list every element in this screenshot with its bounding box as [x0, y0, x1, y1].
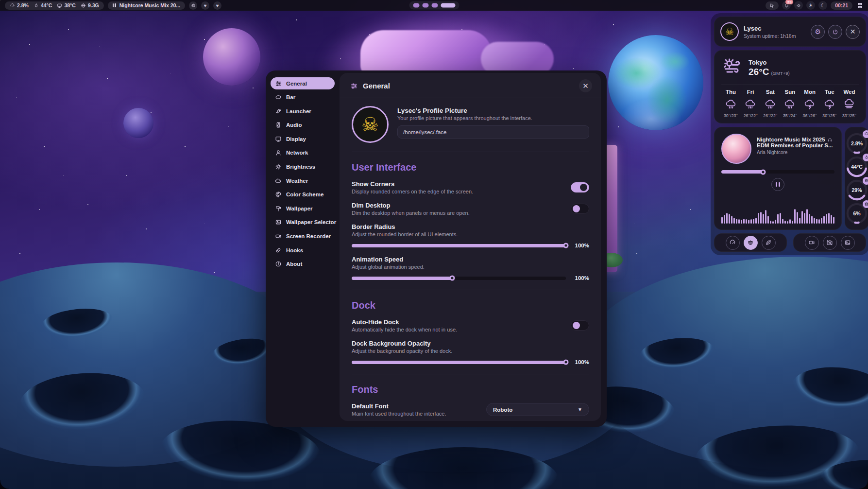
- rain-cloud-icon: [783, 98, 796, 111]
- weather-city: Tokyo: [749, 59, 790, 66]
- info-icon: [275, 261, 282, 267]
- sidebar-item-audio[interactable]: Audio: [271, 119, 335, 131]
- screen-record-button[interactable]: [805, 236, 819, 250]
- disk-gauge[interactable]: 6%: [845, 202, 868, 225]
- animation-speed-slider[interactable]: [352, 277, 566, 280]
- favorites-button[interactable]: ♥: [201, 1, 209, 10]
- user-card: ☠ Lysec System uptime: 1h16m ⚙ ✕: [714, 17, 866, 47]
- page-title: General: [363, 82, 390, 90]
- clock[interactable]: 00:21: [831, 1, 852, 10]
- network-icon: [81, 3, 86, 8]
- close-button[interactable]: ✕: [579, 79, 592, 92]
- sidebar-item-weather[interactable]: Weather: [271, 175, 335, 187]
- notifications-button[interactable]: 23: [782, 1, 791, 10]
- likes-button[interactable]: ♥: [213, 1, 221, 10]
- screenshot-off-button[interactable]: [823, 236, 837, 250]
- settings-button[interactable]: ⚙: [811, 25, 825, 39]
- gpu-temp-stat: 38°C: [57, 2, 75, 8]
- profile-section: ☠ Lysec's Profile Picture Your profile p…: [352, 106, 589, 143]
- brightness-button[interactable]: ☀: [806, 1, 815, 10]
- sidebar-item-display[interactable]: Display: [271, 133, 335, 145]
- media-pill[interactable]: Nightcore Music Mix 20...: [108, 1, 185, 10]
- profile-path-input[interactable]: /home/lysec/.face: [397, 125, 589, 139]
- memory-gauge[interactable]: 29%: [845, 178, 868, 202]
- section-title: User Interface: [352, 162, 589, 173]
- section-title: Fonts: [352, 384, 589, 395]
- sidebar-item-launcher[interactable]: Launcher: [271, 105, 335, 117]
- avatar: ☠: [720, 22, 739, 41]
- power-icon: [832, 29, 838, 35]
- pause-button[interactable]: [771, 178, 784, 191]
- power-saver-profile-button[interactable]: [762, 236, 776, 250]
- wallpaper-button[interactable]: [841, 236, 855, 250]
- weather-forecast: Thu 30°/23° Fri 26°/22° Sat 26°/22° Sun …: [721, 89, 859, 118]
- emoji-picker-button[interactable]: [189, 1, 197, 10]
- skull-icon: ☠: [361, 113, 379, 136]
- image-icon: [844, 239, 851, 246]
- border-radius-slider[interactable]: [352, 244, 566, 247]
- media-subtitle: EDM Remixes of Popular S...: [757, 142, 833, 148]
- setting-row-dim-desktop: Dim Desktop Dim the desktop when panels …: [352, 202, 589, 216]
- system-uptime: System uptime: 1h16m: [744, 33, 796, 39]
- workspace-dot[interactable]: [422, 3, 428, 8]
- forecast-day: Wed 33°/25°: [840, 89, 859, 118]
- tray-app-button[interactable]: [766, 1, 779, 10]
- volume-button[interactable]: [794, 1, 803, 10]
- screen-corner: [859, 480, 868, 489]
- storm-cloud-icon: [823, 98, 836, 111]
- settings-content[interactable]: ☠ Lysec's Profile Picture Your profile p…: [340, 98, 601, 421]
- weather-timezone: (GMT+9): [771, 70, 789, 76]
- workspace-indicator[interactable]: [409, 1, 459, 10]
- media-progress-slider[interactable]: [721, 170, 834, 174]
- heart-icon: ♥: [204, 3, 207, 8]
- forecast-day: Tue 30°/25°: [820, 89, 839, 118]
- sidebar-item-color-scheme[interactable]: Color Scheme: [271, 189, 335, 201]
- workspace-dot[interactable]: [413, 3, 419, 8]
- show-corners-toggle[interactable]: [571, 182, 589, 192]
- system-stats-pill[interactable]: 2.8% 44°C 38°C 9.3G: [5, 1, 104, 10]
- workspace-dot[interactable]: [431, 3, 438, 8]
- forecast-day: Fri 26°/22°: [741, 89, 760, 118]
- pause-icon: [776, 182, 777, 187]
- performance-profile-button[interactable]: [726, 236, 740, 250]
- dim-desktop-toggle[interactable]: [571, 204, 589, 214]
- sidebar-item-bar[interactable]: Bar: [271, 91, 335, 104]
- power-button[interactable]: [828, 25, 842, 39]
- temperature-gauge[interactable]: 44°C: [845, 155, 868, 178]
- auto-hide-dock-toggle[interactable]: [571, 320, 589, 331]
- night-light-button[interactable]: ☾: [818, 1, 827, 10]
- bar-icon: [275, 94, 282, 101]
- sidebar-item-about[interactable]: About: [271, 258, 335, 270]
- sidebar-item-wallpaper[interactable]: Wallpaper: [271, 202, 335, 214]
- rain-cloud-icon: [744, 98, 757, 111]
- profile-title: Lysec's Profile Picture: [397, 107, 589, 114]
- wallpaper-object: [360, 30, 492, 76]
- default-font-select[interactable]: Roboto ▼: [486, 403, 589, 416]
- flame-icon: [863, 154, 868, 161]
- setting-row-border-radius: Border Radius Adjust the rounded border …: [352, 223, 589, 248]
- dock-opacity-slider[interactable]: [352, 361, 566, 364]
- album-art: [721, 134, 751, 164]
- media-title: Nightcore Music Mix 20...: [119, 2, 180, 8]
- cpu-stat: 2.8%: [10, 2, 29, 8]
- close-panel-button[interactable]: ✕: [846, 25, 860, 39]
- sidebar-item-general[interactable]: General: [271, 77, 335, 89]
- cpu-gauge[interactable]: 2.8%: [845, 132, 868, 155]
- purple-planet: [203, 28, 260, 86]
- sidebar-item-hooks[interactable]: Hooks: [271, 244, 335, 256]
- headphones-icon: [827, 137, 833, 142]
- top-bar: 2.8% 44°C 38°C 9.3G Nightcore Music Mix …: [0, 0, 868, 11]
- app-launcher-button[interactable]: [856, 1, 864, 10]
- camera-off-icon: [826, 239, 833, 246]
- sidebar-item-screen-recorder[interactable]: Screen Recorder: [271, 230, 335, 243]
- balanced-profile-button[interactable]: [744, 236, 758, 250]
- divider: [721, 85, 859, 85]
- setting-row-default-font: Default Font Main font used throughout t…: [352, 402, 589, 417]
- sidebar-item-wallpaper-selector[interactable]: Wallpaper Selector: [271, 216, 335, 228]
- setting-row-auto-hide-dock: Auto-Hide Dock Automatically hide the do…: [352, 318, 589, 332]
- section-title: Dock: [352, 300, 589, 311]
- profile-avatar[interactable]: ☠: [352, 106, 389, 143]
- workspace-active[interactable]: [441, 3, 455, 8]
- sidebar-item-brightness[interactable]: Brightness: [271, 161, 335, 173]
- sidebar-item-network[interactable]: Network: [271, 147, 335, 159]
